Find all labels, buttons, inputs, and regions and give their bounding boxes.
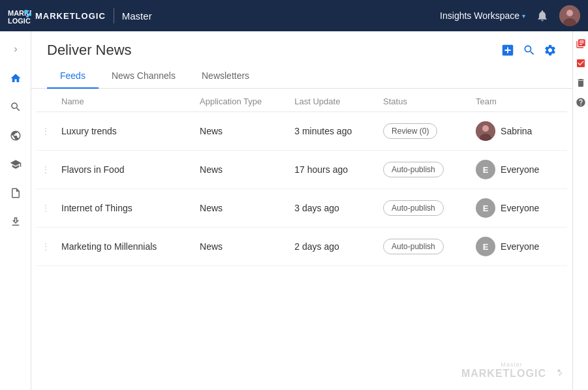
workspace-caret-icon: ▾: [522, 12, 525, 20]
notifications-button[interactable]: [536, 9, 549, 22]
team-name: Everyone: [501, 203, 539, 213]
last-update: 3 minutes ago: [289, 112, 378, 151]
app-type: News: [194, 228, 289, 266]
drag-handle[interactable]: ⋮: [37, 112, 56, 151]
sidebar-collapse-button[interactable]: [3, 37, 29, 63]
svg-point-6: [566, 10, 573, 16]
status-badge: Auto-publish: [383, 239, 444, 254]
drag-handle[interactable]: ⋮: [37, 151, 56, 189]
status-badge: Auto-publish: [383, 200, 444, 216]
status-cell: Auto-publish: [378, 228, 471, 266]
workspace-selector[interactable]: Insights Workspace ▾: [440, 10, 525, 21]
tab-feeds[interactable]: Feeds: [47, 64, 99, 89]
search-button[interactable]: [523, 44, 536, 57]
panel-library-button[interactable]: [574, 37, 588, 51]
svg-point-11: [557, 369, 560, 372]
feeds-table: Name Application Type Last Update Status…: [37, 89, 567, 266]
team-avatar: E: [476, 237, 495, 256]
status-badge: Review (0): [383, 123, 437, 139]
feed-name: Marketing to Millennials: [56, 228, 194, 266]
sidebar-documents-button[interactable]: [3, 180, 29, 206]
nav-right: Insights Workspace ▾ ☞: [440, 5, 580, 26]
sidebar-learn-button[interactable]: [3, 151, 29, 177]
workspace-label: Insights Workspace: [440, 10, 519, 21]
team-name: Sabrina: [501, 126, 532, 136]
status-cell: Review (0): [378, 112, 471, 151]
status-cell: Auto-publish: [378, 151, 471, 189]
settings-button[interactable]: [544, 44, 557, 57]
col-team: Team: [471, 89, 567, 112]
team-cell: EEveryone: [471, 151, 567, 189]
tab-news-channels[interactable]: News Channels: [99, 64, 189, 89]
team-cell: EEveryone: [471, 228, 567, 266]
svg-point-2: [24, 10, 28, 14]
drag-handle[interactable]: ⋮: [37, 228, 56, 266]
brand-logo[interactable]: MARKET LOGIC MARKETLOGIC: [8, 7, 106, 25]
col-drag: [37, 89, 56, 112]
feeds-table-container: Name Application Type Last Update Status…: [31, 89, 572, 390]
sidebar-upload-button[interactable]: [3, 209, 29, 235]
sidebar-search-button[interactable]: [3, 94, 29, 120]
feed-name: Flavors in Food: [56, 151, 194, 189]
watermark-main: MARKETLOGIC: [461, 368, 562, 380]
tab-newsletters[interactable]: Newsletters: [189, 64, 262, 89]
table-body: ⋮Luxury trendsNews3 minutes agoReview (0…: [37, 112, 567, 266]
feed-name: Luxury trends: [56, 112, 194, 151]
top-navbar: MARKET LOGIC MARKETLOGIC Master Insights…: [0, 0, 588, 31]
user-avatar[interactable]: [559, 5, 580, 26]
main-content: Deliver News: [31, 31, 572, 390]
svg-point-4: [26, 15, 29, 18]
col-status: Status: [378, 89, 471, 112]
team-cell: Sabrina: [471, 112, 567, 151]
table-row[interactable]: ⋮Flavors in FoodNews17 hours agoAuto-pub…: [37, 151, 567, 189]
drag-handle[interactable]: ⋮: [37, 189, 56, 228]
table-row[interactable]: ⋮Internet of ThingsNews3 days agoAuto-pu…: [37, 189, 567, 228]
team-name: Everyone: [501, 241, 539, 252]
col-name: Name: [56, 89, 194, 112]
table-header: Name Application Type Last Update Status…: [37, 89, 567, 112]
tabs-bar: Feeds News Channels Newsletters: [31, 64, 572, 89]
add-button[interactable]: [501, 43, 515, 57]
brand-text: MARKETLOGIC: [35, 11, 106, 21]
sidebar-home-button[interactable]: [3, 65, 29, 91]
table-row[interactable]: ⋮Marketing to MillennialsNews2 days agoA…: [37, 228, 567, 266]
brand-icon: MARKET LOGIC: [8, 7, 31, 25]
app-body: Deliver News: [0, 31, 588, 390]
status-badge: Auto-publish: [383, 162, 444, 177]
page-title: Deliver News: [47, 42, 132, 59]
feed-name: Internet of Things: [56, 189, 194, 228]
col-app-type: Application Type: [194, 89, 289, 112]
nav-left: MARKET LOGIC MARKETLOGIC Master: [8, 7, 152, 25]
status-cell: Auto-publish: [378, 189, 471, 228]
last-update: 3 days ago: [289, 189, 378, 228]
last-update: 2 days ago: [289, 228, 378, 266]
team-avatar: E: [476, 198, 495, 218]
svg-text:LOGIC: LOGIC: [8, 17, 31, 25]
watermark-sub: Master: [461, 361, 562, 368]
app-type: News: [194, 151, 289, 189]
watermark: Master MARKETLOGIC: [461, 361, 562, 380]
team-avatar: [476, 121, 495, 141]
panel-tasks-button[interactable]: [574, 56, 588, 70]
left-sidebar: [0, 31, 31, 390]
sidebar-globe-button[interactable]: [3, 123, 29, 149]
col-last-update: Last Update: [289, 89, 378, 112]
team-cell: EEveryone: [471, 189, 567, 228]
page-header: Deliver News: [31, 31, 572, 59]
app-type: News: [194, 189, 289, 228]
last-update: 17 hours ago: [289, 151, 378, 189]
nav-divider: [114, 8, 114, 23]
table-row[interactable]: ⋮Luxury trendsNews3 minutes agoReview (0…: [37, 112, 567, 151]
svg-point-13: [559, 374, 561, 376]
svg-point-9: [482, 125, 489, 132]
header-actions: [501, 43, 557, 57]
team-name: Everyone: [501, 164, 539, 175]
app-type: News: [194, 112, 289, 151]
panel-help-button[interactable]: [574, 95, 588, 110]
right-panel: [572, 31, 588, 390]
svg-point-12: [561, 372, 562, 374]
panel-trash-button[interactable]: [574, 76, 588, 90]
team-avatar: E: [476, 160, 495, 179]
master-label: Master: [122, 10, 152, 22]
